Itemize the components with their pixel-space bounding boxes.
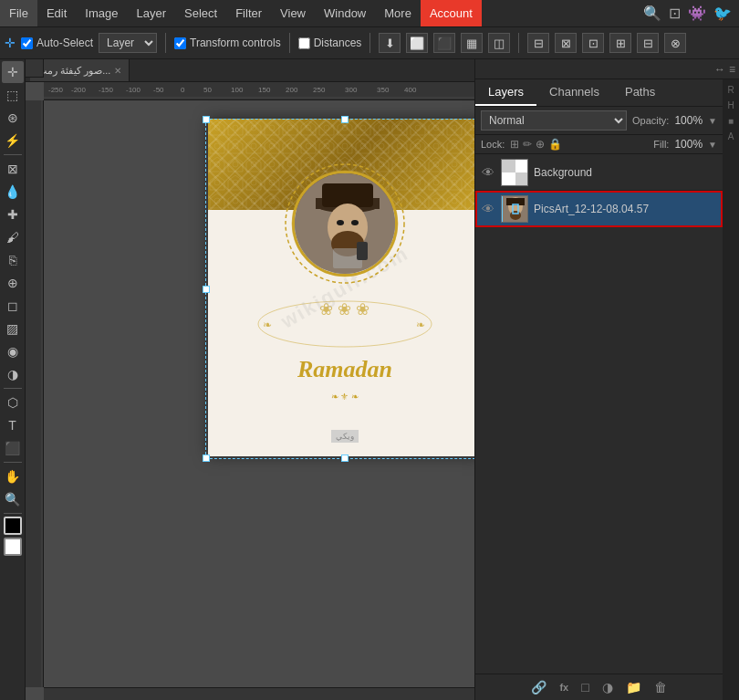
distances-checkbox[interactable] [298,37,310,49]
dist-btn-5[interactable]: ⊟ [637,33,659,53]
tool-heal[interactable]: ✚ [2,204,24,225]
foreground-color[interactable] [4,517,22,535]
card-ramadan-text: Ramadan [208,356,474,383]
layer-item-picsart[interactable]: 👁 [475,191,723,227]
tool-sep-3 [4,462,22,463]
align-btn-4[interactable]: ▦ [461,33,483,53]
lock-pixels-icon[interactable]: ⊞ [510,138,519,151]
social-icon-1[interactable]: 👾 [688,5,706,22]
align-btn-2[interactable]: ⬜ [406,33,428,53]
panel-swap-icon[interactable]: ↔ [714,63,725,76]
dist-btn-4[interactable]: ⊞ [609,33,631,53]
menu-filter[interactable]: Filter [226,0,271,26]
tab-channels[interactable]: Channels [536,79,612,106]
layer-group-btn[interactable]: 📁 [621,678,646,696]
tool-clone[interactable]: ⎘ [2,249,24,271]
tool-text[interactable]: T [2,414,24,436]
distances-item: Distances [298,37,362,49]
layer-visibility-bg[interactable]: 👁 [481,165,495,180]
tool-brush[interactable]: 🖌 [2,226,24,248]
menu-file[interactable]: File [0,0,37,26]
tool-history[interactable]: ⊕ [2,272,24,294]
svg-text:❧: ❧ [416,319,425,331]
main-layout: ✛ ⬚ ⊛ ⚡ ⊠ 💧 ✚ 🖌 ⎘ ⊕ ◻ ▨ ◉ ◑ ⬡ T ⬛ ✋ 🔍 صو… [0,59,739,700]
panel-menu-icon[interactable]: ≡ [729,63,735,76]
social-icon-2[interactable]: 🐦 [713,5,732,22]
tool-shape[interactable]: ⬛ [2,437,24,459]
layer-mask-btn[interactable]: □ [577,678,593,696]
transform-controls-checkbox[interactable] [174,37,186,49]
tool-hand[interactable]: ✋ [2,465,24,487]
align-btn-5[interactable]: ◫ [488,33,510,53]
layer-link-btn[interactable]: 🔗 [526,678,551,696]
menu-more[interactable]: More [375,0,421,26]
tool-magic-wand[interactable]: ⚡ [2,130,24,151]
tool-crop[interactable]: ⊠ [2,158,24,180]
svg-text:-150: -150 [99,86,114,94]
align-btn-1[interactable]: ⬇ [379,33,401,53]
align-btn-3[interactable]: ⬛ [433,33,455,53]
auto-select-checkbox[interactable] [21,37,33,49]
tool-move[interactable]: ✛ [2,61,24,83]
lock-all-icon[interactable]: 🔒 [548,138,562,151]
menu-image[interactable]: Image [76,0,127,26]
dist-btn-2[interactable]: ⊠ [555,33,577,53]
menu-edit[interactable]: Edit [37,0,76,26]
search-icon[interactable]: 🔍 [643,5,661,22]
svg-point-42 [510,211,521,220]
opacity-arrow[interactable]: ▼ [708,116,717,126]
svg-rect-38 [515,172,527,186]
canvas-scrollbar-h[interactable] [44,687,474,700]
tool-blur[interactable]: ◉ [2,340,24,362]
doc-tab-bar: صور كيفئة رمت... ✕ [26,59,474,82]
menu-layer[interactable]: Layer [128,0,176,26]
fill-value: 100% [674,138,703,151]
panel-layout: Layers Channels Paths Normal Multiply Sc… [475,79,739,700]
layer-item-background[interactable]: 👁 Background [475,154,723,191]
tool-dodge[interactable]: ◑ [2,363,24,385]
menu-window[interactable]: Window [315,0,375,26]
svg-text:❧: ❧ [263,319,272,331]
menu-view[interactable]: View [271,0,315,26]
side-icon-3[interactable]: ■ [726,114,735,128]
tab-layers[interactable]: Layers [475,79,536,106]
doc-tab[interactable]: صور كيفئة رمت... ✕ [30,59,130,81]
crop-icon[interactable]: ⊡ [669,5,681,22]
svg-rect-35 [502,159,515,172]
layer-visibility-picsart[interactable]: 👁 [481,202,495,216]
doc-tab-close[interactable]: ✕ [114,66,121,76]
tab-paths[interactable]: Paths [612,79,668,106]
lock-artboard-icon[interactable]: ⊕ [536,138,545,151]
canvas-document[interactable]: ❀ ❀ ❀ ❧ ❧ Ramadan ❧ ⚜ ❧ [208,119,474,456]
layer-delete-btn[interactable]: 🗑 [650,678,671,696]
side-icon-1[interactable]: R [725,83,735,97]
tool-lasso[interactable]: ⊛ [2,107,24,129]
layer-adjustment-btn[interactable]: ◑ [598,678,618,696]
lock-position-icon[interactable]: ✏ [523,138,532,151]
layer-name-background: Background [534,166,717,179]
tool-path[interactable]: ⬡ [2,392,24,413]
fill-arrow[interactable]: ▼ [708,140,717,150]
side-icon-4[interactable]: A [726,130,736,143]
layer-select[interactable]: Layer Group [99,33,157,53]
tool-select-rect[interactable]: ⬚ [2,84,24,106]
layer-fx-btn[interactable]: fx [555,680,573,695]
dist-btn-3[interactable]: ⊡ [582,33,604,53]
blend-mode-select[interactable]: Normal Multiply Screen Overlay [481,110,627,131]
tool-zoom[interactable]: 🔍 [2,488,24,510]
layers-tabs: Layers Channels Paths [475,79,723,107]
menu-account[interactable]: Account [421,0,482,26]
background-color[interactable] [4,538,22,556]
tool-eraser[interactable]: ◻ [2,295,24,317]
dist-btn-6[interactable]: ⊗ [664,33,686,53]
tool-eyedropper[interactable]: 💧 [2,181,24,203]
svg-point-27 [337,220,344,225]
svg-text:400: 400 [404,86,417,94]
canvas-area[interactable]: صور كيفئة رمت... ✕ -250 -200 -150 -100 -… [26,59,474,700]
menu-select[interactable]: Select [175,0,226,26]
tool-gradient[interactable]: ▨ [2,318,24,340]
dist-btn-1[interactable]: ⊟ [527,33,549,53]
canvas-content[interactable]: wikigulf.com [44,100,474,687]
side-icon-2[interactable]: H [725,99,735,112]
svg-text:100: 100 [231,86,244,94]
